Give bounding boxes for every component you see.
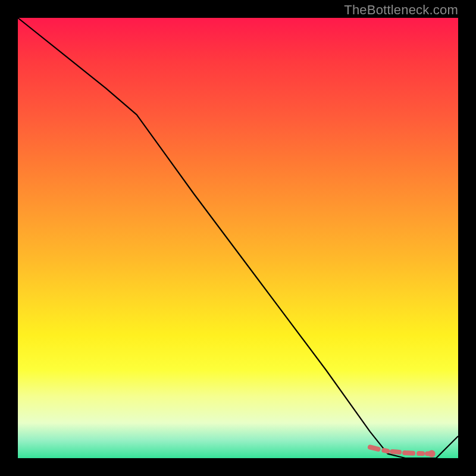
target-range-dash bbox=[370, 447, 432, 454]
watermark-text: TheBottleneck.com bbox=[344, 2, 458, 18]
target-range-end-dot bbox=[428, 450, 436, 458]
target-range-marker bbox=[370, 447, 436, 458]
chart-overlay bbox=[18, 18, 458, 458]
main-curve-path bbox=[18, 18, 458, 458]
chart-frame: TheBottleneck.com bbox=[0, 0, 476, 476]
main-curve bbox=[18, 18, 458, 458]
